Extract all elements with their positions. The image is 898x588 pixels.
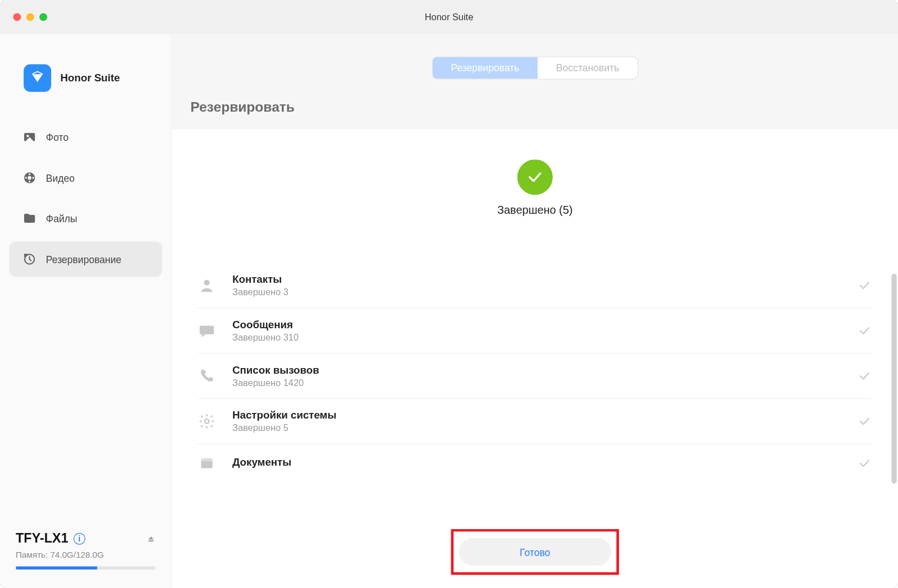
main: Резервировать Восстановить Резервировать… [172,34,898,588]
success-icon [517,159,553,195]
maximize-icon[interactable] [39,13,47,21]
svg-point-6 [29,181,30,182]
svg-rect-9 [148,540,154,541]
eject-icon[interactable] [146,534,155,543]
titlebar: Honor Suite [0,0,898,34]
highlight-box: Готово [451,529,619,575]
minimize-icon[interactable] [26,13,34,21]
sidebar-item-backup[interactable]: Резервирование [9,241,162,277]
svg-rect-13 [201,458,212,461]
info-icon[interactable]: i [74,532,85,544]
device-panel: TFY-LX1 i Память: 74.0G/128.0G [0,531,171,588]
gear-icon [198,413,215,430]
section-title: Резервировать [172,99,898,130]
traffic-lights [13,13,47,21]
chat-icon [198,322,215,339]
result-row-messages: Сообщения Завершено 310 [198,309,872,354]
result-row-contacts: Контакты Завершено 3 [198,263,872,309]
svg-point-1 [26,135,29,137]
brand-label: Honor Suite [61,72,120,84]
content: Завершено (5) Контакты Завершено 3 [172,129,898,588]
sidebar-item-photo[interactable]: Фото [9,120,162,155]
row-title: Настройки системы [232,410,840,421]
check-icon [857,414,872,429]
sidebar-item-label: Файлы [46,213,77,224]
row-sub: Завершено 1420 [232,378,840,388]
row-title: Документы [232,457,840,468]
nav: Фото Видео Файлы [0,114,171,282]
check-icon [857,369,872,383]
sidebar-item-files[interactable]: Файлы [9,201,162,236]
sidebar-item-label: Видео [46,172,75,183]
result-row-settings: Настройки системы Завершено 5 [198,399,872,444]
done-bar: Готово [172,529,898,575]
sidebar-item-video[interactable]: Видео [9,160,162,195]
file-icon [198,455,215,472]
tabs: Резервировать Восстановить [172,34,898,99]
backup-icon [22,252,37,267]
phone-icon [198,368,215,384]
sidebar-item-label: Фото [46,132,68,143]
storage-bar [16,566,155,569]
tab-restore[interactable]: Восстановить [538,57,638,79]
result-list: Контакты Завершено 3 [172,263,898,483]
result-row-documents: Документы [198,444,872,483]
row-title: Контакты [232,274,840,286]
svg-point-5 [32,177,34,178]
result-row-calls: Список вызовов Завершено 1420 [198,353,872,399]
scroll-area[interactable]: Завершено (5) Контакты Завершено 3 [172,159,898,516]
svg-point-10 [204,280,209,286]
row-sub: Завершено 310 [232,332,840,343]
device-name: TFY-LX1 [16,531,68,546]
close-icon[interactable] [13,13,21,21]
check-icon [857,278,872,293]
storage-fill [16,566,97,569]
storage-label: Память: 74.0G/128.0G [16,550,155,560]
svg-point-11 [205,419,209,424]
folder-icon [22,212,37,226]
sidebar: Honor Suite Фото Видео [0,34,172,588]
svg-point-7 [25,177,27,178]
person-icon [198,277,215,294]
sidebar-item-label: Резервирование [46,254,121,265]
scrollbar[interactable] [891,274,896,484]
photo-icon [22,130,37,145]
svg-point-4 [29,173,30,175]
video-icon [22,171,37,185]
row-title: Список вызовов [232,364,840,376]
brand-icon [24,65,51,92]
row-sub: Завершено 3 [232,287,840,297]
brand: Honor Suite [0,34,171,114]
tab-backup[interactable]: Резервировать [433,57,538,79]
row-title: Сообщения [232,319,840,330]
svg-point-3 [28,176,31,180]
status-text: Завершено (5) [497,204,572,217]
row-sub: Завершено 5 [232,422,840,433]
window: Honor Suite Honor Suite Фото [0,0,898,588]
done-button[interactable]: Готово [459,538,611,566]
check-icon [857,324,872,338]
window-title: Honor Suite [425,12,473,22]
status-block: Завершено (5) [172,159,898,217]
check-icon [857,456,872,471]
